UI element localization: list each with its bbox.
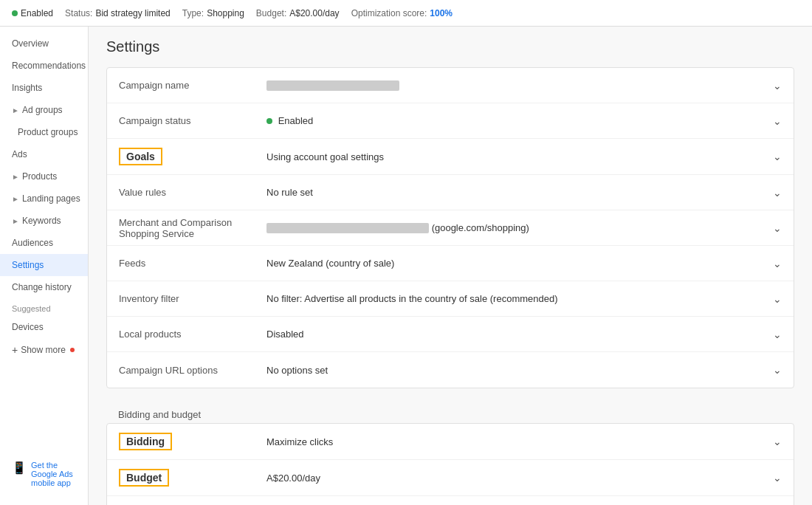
settings-row-budget[interactable]: Budget A$20.00/day ⌄ xyxy=(107,460,794,496)
sidebar-item-insights[interactable]: Insights xyxy=(0,77,88,99)
campaign-name-blurred xyxy=(266,80,399,91)
chevron-down-icon: ⌄ xyxy=(761,106,794,136)
goals-value: Using account goal settings xyxy=(255,142,761,171)
sidebar-item-landing-pages[interactable]: ► Landing pages xyxy=(0,188,88,210)
chevron-down-icon: ⌄ xyxy=(761,355,794,385)
merchant-label: Merchant and Comparison Shopping Service xyxy=(107,211,255,245)
type-label: Type: xyxy=(182,8,204,18)
mobile-app-label: Get the Google Ads mobile app xyxy=(31,461,76,487)
settings-row-feeds[interactable]: Feeds New Zealand (country of sale) ⌄ xyxy=(107,246,794,281)
campaign-status-label: Campaign status xyxy=(107,103,255,138)
campaign-name-value xyxy=(255,71,761,100)
chevron-down-icon: ⌄ xyxy=(761,71,794,100)
goals-label: Goals xyxy=(107,139,255,174)
sidebar-item-product-groups[interactable]: Product groups xyxy=(0,121,88,143)
chevron-down-icon: ⌄ xyxy=(761,142,794,171)
inventory-filter-label: Inventory filter xyxy=(107,281,255,316)
budget-highlighted-label: Budget xyxy=(119,469,169,487)
budget-value: A$20.00/day xyxy=(255,464,761,492)
status-item: Status: Bid strategy limited xyxy=(65,8,171,18)
chevron-down-icon: ⌄ xyxy=(761,213,794,243)
mobile-app-link[interactable]: 📱 Get the Google Ads mobile app xyxy=(12,461,76,487)
sidebar-item-products[interactable]: ► Products xyxy=(0,165,88,188)
show-more-button[interactable]: + Show more xyxy=(0,338,88,362)
local-products-value: Disabled xyxy=(255,320,761,348)
campaign-url-label: Campaign URL options xyxy=(107,352,255,388)
red-dot-icon xyxy=(70,348,75,352)
status-value: Bid strategy limited xyxy=(95,8,170,18)
budget-label: Budget xyxy=(107,460,255,495)
merchant-blurred xyxy=(266,223,429,233)
sidebar-item-recommendations[interactable]: Recommendations xyxy=(0,55,88,77)
sidebar-item-change-history[interactable]: Change history xyxy=(0,276,88,298)
goals-highlighted-label: Goals xyxy=(119,148,162,165)
status-dot-icon xyxy=(266,118,272,124)
settings-row-value-rules[interactable]: Value rules No rule set ⌄ xyxy=(107,175,794,210)
budget-item: Budget: A$20.00/day xyxy=(256,8,340,18)
chevron-down-icon: ⌄ xyxy=(761,249,794,278)
sidebar-item-ads[interactable]: Ads xyxy=(0,143,88,165)
sidebar-item-ad-groups[interactable]: ► Ad groups xyxy=(0,99,88,121)
sidebar-item-keywords[interactable]: ► Keywords xyxy=(0,210,88,232)
suggested-label: Suggested xyxy=(0,298,88,316)
settings-row-campaign-url[interactable]: Campaign URL options No options set ⌄ xyxy=(107,352,794,388)
chevron-down-icon: ⌄ xyxy=(761,499,794,505)
chevron-down-icon: ⌄ xyxy=(761,427,794,456)
bidding-value: Maximize clicks xyxy=(255,427,761,456)
budget-label: Budget: xyxy=(256,8,286,18)
chevron-down-icon: ⌄ xyxy=(761,320,794,349)
bidding-label: Bidding xyxy=(107,424,255,459)
type-item: Type: Shopping xyxy=(182,8,244,18)
top-status-bar: Enabled Status: Bid strategy limited Typ… xyxy=(0,0,812,27)
chevron-right-icon: ► xyxy=(12,195,19,203)
settings-row-bidding[interactable]: Bidding Maximize clicks ⌄ xyxy=(107,424,794,460)
sidebar: Overview Recommendations Insights ► Ad g… xyxy=(0,27,89,505)
sidebar-item-settings[interactable]: Settings xyxy=(0,254,88,276)
settings-row-goals[interactable]: Goals Using account goal settings ⌄ xyxy=(107,139,794,175)
chevron-right-icon: ► xyxy=(12,173,19,181)
value-rules-label: Value rules xyxy=(107,175,255,210)
chevron-right-icon: ► xyxy=(12,217,19,225)
enabled-dot-icon xyxy=(12,10,18,16)
sidebar-item-devices[interactable]: Devices xyxy=(0,316,88,338)
settings-row-inventory-filter[interactable]: Inventory filter No filter: Advertise al… xyxy=(107,281,794,317)
settings-card-bidding: Bidding Maximize clicks ⌄ Budget A$20.00… xyxy=(106,423,794,505)
settings-row-merchant[interactable]: Merchant and Comparison Shopping Service… xyxy=(107,210,794,246)
optimization-item: Optimization score: 100% xyxy=(351,8,453,18)
optimization-value: 100% xyxy=(430,8,453,18)
show-more-label: Show more xyxy=(21,345,66,355)
merchant-value: (google.com/shopping) xyxy=(255,213,761,243)
settings-row-campaign-name[interactable]: Campaign name ⌄ xyxy=(107,68,794,103)
feeds-value: New Zealand (country of sale) xyxy=(255,249,761,278)
page-title: Settings xyxy=(106,38,794,55)
campaign-priority-value: Low (default) xyxy=(255,500,761,506)
sidebar-bottom: 📱 Get the Google Ads mobile app xyxy=(0,455,88,499)
feeds-label: Feeds xyxy=(107,246,255,281)
campaign-status-value: Enabled xyxy=(255,106,761,135)
merchant-domain: (google.com/shopping) xyxy=(432,222,529,233)
sidebar-item-audiences[interactable]: Audiences xyxy=(0,232,88,254)
enabled-label: Enabled xyxy=(21,8,53,18)
local-products-label: Local products xyxy=(107,317,255,351)
campaign-name-label: Campaign name xyxy=(107,68,255,103)
optimization-label: Optimization score: xyxy=(351,8,427,18)
chevron-down-icon: ⌄ xyxy=(761,178,794,207)
sidebar-item-overview[interactable]: Overview xyxy=(0,32,88,55)
content-area: Settings Campaign name ⌄ Campaign status… xyxy=(89,27,812,505)
type-value: Shopping xyxy=(207,8,244,18)
settings-row-campaign-priority[interactable]: Campaign priority Low (default) ⌄ xyxy=(107,496,794,505)
sidebar-nav: Overview Recommendations Insights ► Ad g… xyxy=(0,32,88,362)
budget-value: A$20.00/day xyxy=(289,8,339,18)
settings-row-campaign-status[interactable]: Campaign status Enabled ⌄ xyxy=(107,103,794,139)
chevron-down-icon: ⌄ xyxy=(761,284,794,314)
inventory-filter-value: No filter: Advertise all products in the… xyxy=(255,284,761,313)
settings-card-main: Campaign name ⌄ Campaign status Enabled … xyxy=(106,67,794,388)
campaign-status-text: Enabled xyxy=(278,115,314,126)
bidding-section-label: Bidding and budget xyxy=(106,400,794,423)
status-label: Status: xyxy=(65,8,92,18)
bidding-highlighted-label: Bidding xyxy=(119,433,172,450)
settings-row-local-products[interactable]: Local products Disabled ⌄ xyxy=(107,317,794,352)
chevron-down-icon: ⌄ xyxy=(761,463,794,492)
campaign-url-value: No options set xyxy=(255,356,761,385)
main-layout: Overview Recommendations Insights ► Ad g… xyxy=(0,27,812,505)
